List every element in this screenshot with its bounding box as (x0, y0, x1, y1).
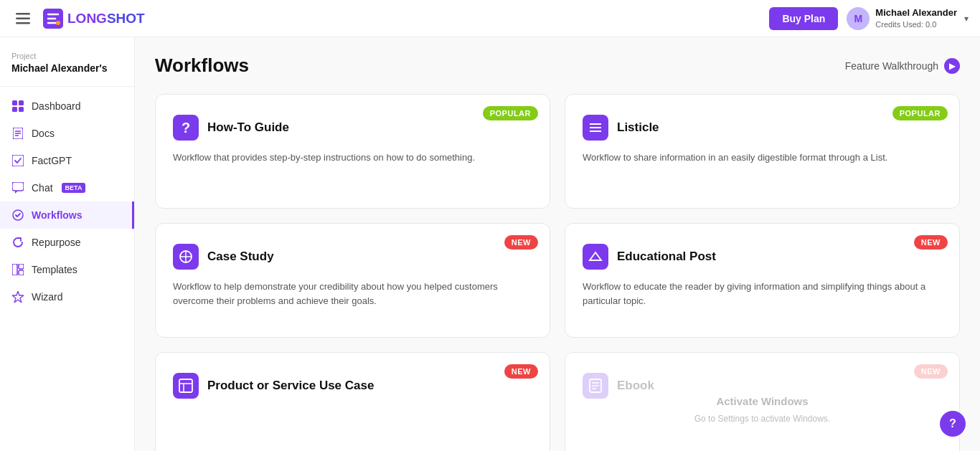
repurpose-icon (11, 236, 24, 249)
svg-rect-27 (179, 379, 192, 392)
sidebar-item-label: Docs (32, 128, 55, 139)
workflows-icon (11, 209, 24, 222)
wizard-icon (11, 290, 24, 303)
main-content: Workflows Feature Walkthrough ▶ POPULAR … (135, 37, 980, 451)
popular-badge: POPULAR (892, 106, 948, 120)
user-credits: Credits Used: 0.0 (875, 19, 957, 29)
workflow-card-how-to-guide[interactable]: POPULAR ? How-To Guide Workflow that pro… (155, 94, 550, 209)
project-name: Michael Alexander's (11, 62, 123, 75)
card-header: Educational Post (583, 244, 942, 270)
how-to-guide-icon: ? (173, 115, 199, 141)
svg-rect-7 (12, 107, 17, 112)
dashboard-icon (11, 100, 24, 113)
user-name: Michael Alexander (875, 7, 957, 19)
new-badge: NEW (504, 235, 538, 250)
help-button[interactable]: ? (940, 411, 966, 437)
sidebar-item-label: Wizard (32, 291, 63, 303)
workflow-card-case-study[interactable]: NEW Case Study Workflow to help demonstr… (155, 223, 550, 338)
templates-icon (11, 263, 24, 276)
card-title: How-To Guide (207, 120, 289, 135)
sidebar-item-workflows[interactable]: Workflows (0, 201, 134, 229)
chat-icon (11, 181, 24, 194)
sidebar-item-factgpt[interactable]: FactGPT (0, 147, 134, 174)
sidebar-item-label: Workflows (32, 209, 83, 221)
sidebar: Project Michael Alexander's Dashboard (0, 37, 135, 451)
sidebar-item-docs[interactable]: Docs (0, 120, 134, 147)
sidebar-toggle-button[interactable] (11, 7, 34, 30)
buy-plan-button[interactable]: Buy Plan (769, 7, 838, 30)
card-description: Workflow to share information in an easi… (583, 151, 942, 165)
play-icon: ▶ (944, 58, 960, 74)
card-title: Educational Post (617, 250, 716, 264)
svg-rect-14 (12, 182, 24, 191)
card-title: Case Study (207, 250, 274, 264)
new-badge: NEW (504, 364, 538, 379)
sidebar-item-dashboard[interactable]: Dashboard (0, 92, 134, 120)
card-header: Product or Service Use Case (173, 373, 532, 399)
feature-walkthrough-label: Feature Walkthrough (845, 60, 938, 72)
user-details: Michael Alexander Credits Used: 0.0 (875, 7, 957, 29)
app-body: Project Michael Alexander's Dashboard (0, 37, 980, 451)
svg-rect-5 (12, 100, 17, 105)
svg-rect-2 (16, 22, 30, 24)
product-use-case-icon (173, 373, 199, 399)
app-logo: LONGSHOT (43, 9, 145, 29)
sidebar-item-templates[interactable]: Templates (0, 256, 134, 283)
workflow-card-product-use-case[interactable]: NEW Product or Service Use Case (155, 352, 550, 451)
sidebar-item-chat[interactable]: Chat BETA (0, 174, 134, 201)
svg-rect-8 (19, 107, 24, 112)
sidebar-item-label: Dashboard (32, 100, 81, 112)
feature-walkthrough-button[interactable]: Feature Walkthrough ▶ (845, 58, 960, 74)
svg-rect-0 (16, 13, 30, 15)
card-description: Workflow to help demonstrate your credib… (173, 280, 532, 308)
page-title: Workflows (155, 54, 249, 77)
header-right: Buy Plan M Michael Alexander Credits Use… (769, 7, 969, 30)
project-section: Project Michael Alexander's (0, 43, 134, 87)
sidebar-item-wizard[interactable]: Wizard (0, 283, 134, 310)
svg-rect-16 (12, 264, 17, 275)
project-label: Project (11, 52, 123, 60)
svg-point-4 (56, 21, 60, 25)
card-description: Workflow to educate the reader by giving… (583, 280, 942, 308)
sidebar-nav: Dashboard Docs (0, 87, 134, 316)
sidebar-item-label: Repurpose (32, 237, 81, 248)
educational-post-icon (583, 244, 608, 270)
card-header: Case Study (173, 244, 532, 270)
beta-badge: BETA (62, 183, 86, 193)
svg-marker-19 (12, 291, 24, 303)
sidebar-item-label: FactGPT (32, 155, 72, 166)
card-description: Workflow that provides step-by-step inst… (173, 151, 532, 165)
listicle-icon (583, 115, 608, 141)
workflow-card-educational-post[interactable]: NEW Educational Post Workflow to educate… (565, 223, 960, 338)
sidebar-item-repurpose[interactable]: Repurpose (0, 229, 134, 256)
svg-rect-13 (12, 155, 24, 166)
app-header: LONGSHOT Buy Plan M Michael Alexander Cr… (0, 0, 980, 37)
sidebar-item-label: Templates (32, 264, 77, 275)
chevron-down-icon: ▾ (964, 14, 969, 24)
card-title: Product or Service Use Case (207, 379, 374, 393)
docs-icon (11, 127, 24, 140)
user-menu[interactable]: M Michael Alexander Credits Used: 0.0 ▾ (847, 7, 969, 30)
card-header: Listicle (583, 115, 942, 141)
svg-rect-17 (19, 264, 24, 269)
avatar: M (847, 7, 870, 30)
logo-text: LONGSHOT (67, 11, 145, 27)
workflow-card-ebook[interactable]: Activate Windows Go to Settings to activ… (565, 352, 960, 451)
card-header: ? How-To Guide (173, 115, 532, 141)
svg-rect-18 (19, 270, 24, 275)
workflow-grid: POPULAR ? How-To Guide Workflow that pro… (155, 94, 960, 451)
sidebar-item-label: Chat (32, 182, 53, 194)
svg-rect-6 (19, 100, 24, 105)
card-title: Listicle (617, 120, 659, 135)
factgpt-icon (11, 154, 24, 167)
svg-rect-1 (16, 17, 30, 19)
main-header: Workflows Feature Walkthrough ▶ (155, 54, 960, 77)
new-badge: NEW (914, 235, 948, 250)
case-study-icon (173, 244, 199, 270)
workflow-card-listicle[interactable]: POPULAR Listicle Workflow to share infor… (565, 94, 960, 209)
popular-badge: POPULAR (483, 106, 538, 120)
